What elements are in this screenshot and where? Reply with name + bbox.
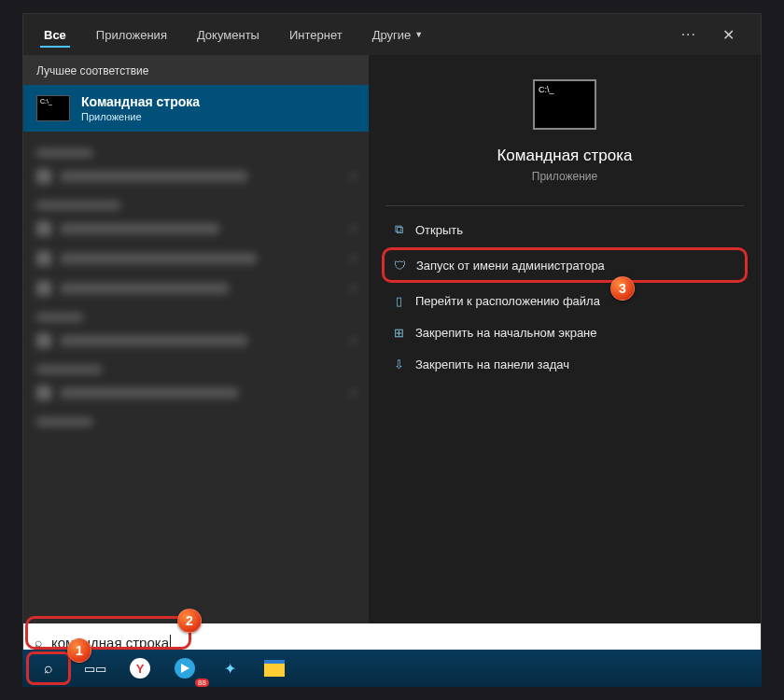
callout-1: 1 xyxy=(67,638,91,663)
list-item[interactable]: › xyxy=(36,326,356,356)
close-icon[interactable]: ✕ xyxy=(713,22,744,48)
taskbar-app-button[interactable]: ✦ xyxy=(209,651,250,685)
action-label: Перейти к расположению файла xyxy=(415,294,600,308)
action-open[interactable]: ⧉ Открыть xyxy=(385,214,744,245)
telegram-icon xyxy=(175,658,195,679)
list-item[interactable]: › xyxy=(36,378,356,408)
tab-more-label: Другие xyxy=(372,28,412,42)
callout-2: 2 xyxy=(177,609,202,633)
tab-all[interactable]: Все xyxy=(29,19,81,51)
taskbar-explorer-button[interactable] xyxy=(254,651,295,685)
action-label: Открыть xyxy=(415,223,463,237)
pin-start-icon: ⊞ xyxy=(391,325,406,340)
best-match-item[interactable]: C:\_ Командная строка Приложение xyxy=(23,85,369,132)
window-controls: ··· ✕ xyxy=(681,22,755,48)
tab-internet[interactable]: Интернет xyxy=(274,19,357,51)
explorer-icon xyxy=(264,660,285,677)
preview-subtitle: Приложение xyxy=(385,170,744,183)
list-item[interactable]: › xyxy=(36,214,356,244)
divider xyxy=(385,205,744,206)
taskbar: ⌕ ▭▭ Y 88 ✦ xyxy=(22,650,762,687)
pin-taskbar-icon: ⇩ xyxy=(391,357,406,371)
action-run-admin[interactable]: 🛡 Запуск от имени администратора xyxy=(382,247,748,283)
list-item[interactable]: › xyxy=(36,161,356,191)
list-item[interactable]: › xyxy=(36,244,356,273)
tabs: Все Приложения Документы Интернет Другие… xyxy=(23,14,761,55)
taskbar-yandex-button[interactable]: Y xyxy=(119,651,161,685)
action-open-location[interactable]: ▯ Перейти к расположению файла xyxy=(385,285,744,316)
folder-icon: ▯ xyxy=(391,293,406,308)
more-options-icon[interactable]: ··· xyxy=(681,26,696,43)
search-window: Все Приложения Документы Интернет Другие… xyxy=(22,13,762,662)
tab-docs[interactable]: Документы xyxy=(182,19,274,51)
preview-app-icon: C:\_ xyxy=(533,79,596,130)
best-match-subtitle: Приложение xyxy=(81,111,200,122)
best-match-title: Командная строка xyxy=(81,94,200,109)
cmd-icon: C:\_ xyxy=(36,95,70,121)
taskview-icon: ▭▭ xyxy=(84,662,106,676)
callout-3: 3 xyxy=(610,276,635,301)
text-cursor xyxy=(170,635,171,650)
preview-pane: C:\_ Командная строка Приложение ⧉ Откры… xyxy=(369,55,761,623)
action-pin-start[interactable]: ⊞ Закрепить на начальном экране xyxy=(385,316,744,348)
open-icon: ⧉ xyxy=(391,222,406,237)
tab-more[interactable]: Другие ▼ xyxy=(357,19,439,51)
list-item[interactable]: › xyxy=(36,273,356,303)
action-pin-taskbar[interactable]: ⇩ Закрепить на панели задач xyxy=(385,348,744,380)
results-pane: Лучшее соответствие C:\_ Командная строк… xyxy=(23,55,369,623)
yandex-icon: Y xyxy=(130,658,150,679)
action-label: Закрепить на панели задач xyxy=(415,357,569,371)
app-icon: ✦ xyxy=(220,659,239,678)
chevron-down-icon: ▼ xyxy=(414,30,423,39)
shield-icon: 🛡 xyxy=(392,258,407,273)
search-icon: ⌕ xyxy=(35,635,42,650)
search-icon: ⌕ xyxy=(44,660,53,677)
tab-apps[interactable]: Приложения xyxy=(81,19,182,51)
blurred-results: › › › › › › xyxy=(23,132,369,434)
taskbar-telegram-button[interactable]: 88 xyxy=(164,651,205,685)
search-body: Лучшее соответствие C:\_ Командная строк… xyxy=(23,55,761,623)
action-label: Запуск от имени администратора xyxy=(416,259,605,273)
taskbar-search-button[interactable]: ⌕ xyxy=(26,651,71,685)
action-label: Закрепить на начальном экране xyxy=(415,326,597,340)
preview-title: Командная строка xyxy=(385,147,744,165)
best-match-label: Лучшее соответствие xyxy=(23,55,369,85)
telegram-badge: 88 xyxy=(195,679,209,687)
